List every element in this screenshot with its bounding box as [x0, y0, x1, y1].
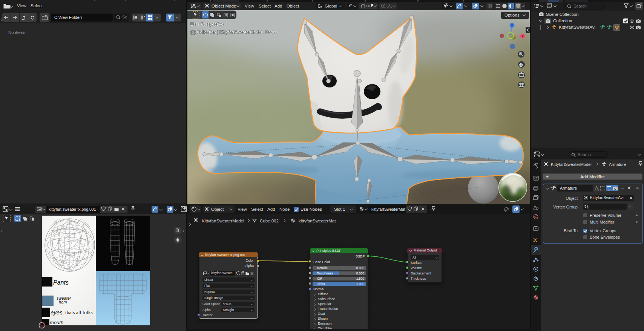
- svg-text:Z: Z: [511, 24, 513, 27]
- svg-text:mouth: mouth: [50, 320, 63, 325]
- svg-text:X: X: [521, 35, 523, 38]
- svg-text:User Perspective: User Perspective: [190, 22, 224, 26]
- svg-text:Pants: Pants: [53, 279, 69, 286]
- svg-text:hem: hem: [59, 300, 67, 304]
- svg-text:thats all folks: thats all folks: [65, 310, 93, 315]
- svg-text:eyes: eyes: [51, 309, 63, 316]
- svg-text:(0) Collection | KittyfartSwea: (0) Collection | KittyfartSweaterModel :…: [190, 30, 276, 34]
